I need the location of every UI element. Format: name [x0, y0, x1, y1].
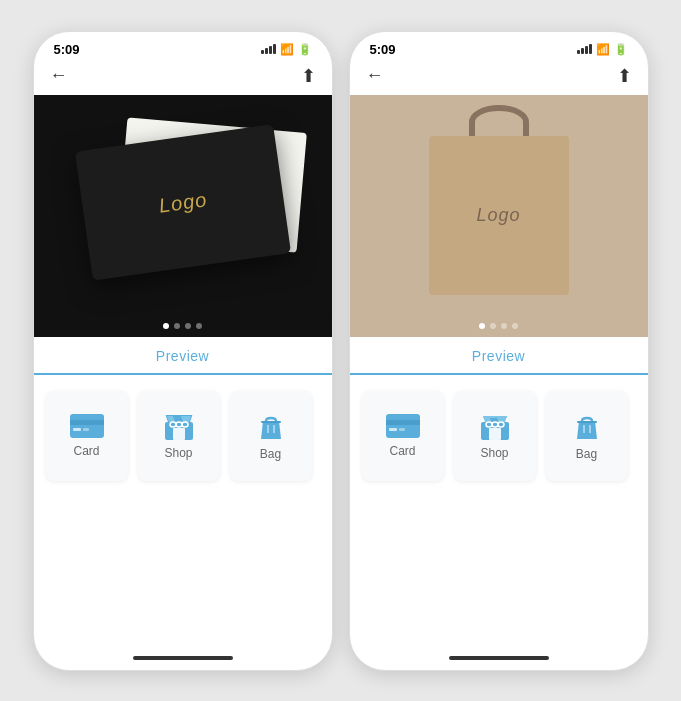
dot-r2: [490, 323, 496, 329]
home-indicator-right: [449, 656, 549, 660]
phones-container: 5:09 📶 🔋 ← ⬆ Logo: [23, 21, 659, 681]
shop-icon-left: [163, 412, 195, 440]
home-indicator-left: [133, 656, 233, 660]
dot-1: [163, 323, 169, 329]
wifi-icon: 📶: [280, 43, 294, 56]
nav-bar-left: ← ⬆: [34, 61, 332, 95]
dot-r1: [479, 323, 485, 329]
time-right: 5:09: [370, 42, 396, 57]
preview-section-left: Preview: [34, 337, 332, 375]
item-label-shop-right: Shop: [480, 446, 508, 460]
preview-label-left: Preview: [156, 348, 209, 364]
item-shop-right[interactable]: Shop: [454, 391, 536, 481]
image-area-right: Logo: [350, 95, 648, 315]
svg-rect-1: [70, 420, 104, 425]
shop-icon-right: [479, 412, 511, 440]
status-bar-right: 5:09 📶 🔋: [350, 32, 648, 61]
dot-4: [196, 323, 202, 329]
items-grid-right: Card Shop: [350, 375, 648, 650]
status-bar-left: 5:09 📶 🔋: [34, 32, 332, 61]
bag-mockup: Logo: [419, 105, 579, 295]
back-button-right[interactable]: ←: [366, 65, 384, 86]
svg-rect-14: [389, 428, 397, 431]
bag-icon-left: [257, 411, 285, 441]
phone-left: 5:09 📶 🔋 ← ⬆ Logo: [33, 31, 333, 671]
svg-rect-13: [386, 420, 420, 425]
time-left: 5:09: [54, 42, 80, 57]
svg-rect-18: [489, 428, 501, 440]
svg-rect-22: [577, 421, 597, 423]
phone-right: 5:09 📶 🔋 ← ⬆ Logo: [349, 31, 649, 671]
dots-container-right: [350, 315, 648, 337]
item-card-right[interactable]: Card: [362, 391, 444, 481]
preview-section-right: Preview: [350, 337, 648, 375]
back-button-left[interactable]: ←: [50, 65, 68, 86]
svg-rect-12: [386, 414, 420, 438]
bag-logo-right: Logo: [476, 205, 520, 226]
svg-rect-3: [83, 428, 89, 431]
dot-r3: [501, 323, 507, 329]
bag-handle: [469, 105, 529, 139]
item-bag-left[interactable]: Bag: [230, 391, 312, 481]
item-shop-left[interactable]: Shop: [138, 391, 220, 481]
card-mockup: Logo: [74, 124, 290, 281]
items-grid-left: Card Shop: [34, 375, 332, 650]
item-card-left[interactable]: Card: [46, 391, 128, 481]
image-area-left: Logo: [34, 95, 332, 315]
svg-rect-9: [261, 421, 281, 423]
preview-label-right: Preview: [472, 348, 525, 364]
dot-r4: [512, 323, 518, 329]
svg-rect-2: [73, 428, 81, 431]
bag-icon-right: [573, 411, 601, 441]
item-bag-right[interactable]: Bag: [546, 391, 628, 481]
battery-icon-right: 🔋: [614, 43, 628, 56]
signal-icon: [261, 44, 276, 54]
svg-rect-15: [399, 428, 405, 431]
wifi-icon-right: 📶: [596, 43, 610, 56]
battery-icon: 🔋: [298, 43, 312, 56]
dots-container-left: [34, 315, 332, 337]
item-label-bag-right: Bag: [576, 447, 597, 461]
dot-3: [185, 323, 191, 329]
status-icons-right: 📶 🔋: [577, 43, 628, 56]
share-button-right[interactable]: ⬆: [617, 65, 632, 87]
item-label-bag-left: Bag: [260, 447, 281, 461]
svg-rect-0: [70, 414, 104, 438]
card-icon-left: [70, 414, 104, 438]
svg-rect-17: [483, 416, 507, 418]
card-icon-right: [386, 414, 420, 438]
item-label-card-left: Card: [73, 444, 99, 458]
item-label-shop-left: Shop: [164, 446, 192, 460]
item-label-card-right: Card: [389, 444, 415, 458]
signal-icon-right: [577, 44, 592, 54]
dot-2: [174, 323, 180, 329]
card-logo-left: Logo: [157, 187, 208, 217]
nav-bar-right: ← ⬆: [350, 61, 648, 95]
bag-body: Logo: [429, 136, 569, 294]
share-button-left[interactable]: ⬆: [301, 65, 316, 87]
status-icons-left: 📶 🔋: [261, 43, 312, 56]
svg-rect-5: [173, 428, 185, 440]
